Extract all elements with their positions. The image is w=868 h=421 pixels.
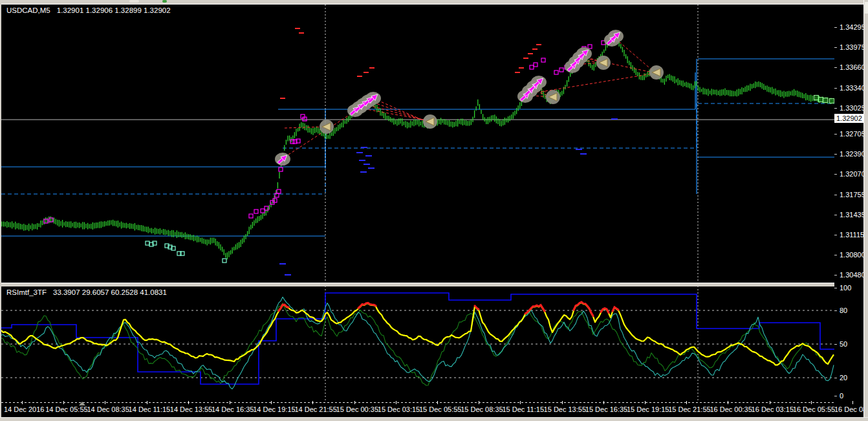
time-axis-label: 16 Dec 00:35 — [710, 405, 752, 413]
price-axis-label: 1.30480 — [840, 271, 865, 279]
axis-tick — [22, 401, 23, 404]
main-chart-panel[interactable] — [1, 5, 834, 283]
price-axis-label: 1.33660 — [840, 63, 865, 71]
axis-tick — [834, 27, 837, 28]
price-axis[interactable]: 1.342951.339751.336601.333401.330251.327… — [834, 5, 863, 401]
axis-tick — [603, 401, 604, 404]
scroll-position-marker[interactable] — [79, 402, 85, 405]
price-axis-label: 1.31115 — [840, 231, 864, 239]
axis-tick — [834, 396, 837, 396]
time-axis-label: 14 Dec 11:15 — [129, 405, 171, 413]
current-price-tag: 1.32902 — [834, 114, 863, 123]
time-axis-label: 16 Dec 03:15 — [752, 405, 794, 413]
axis-tick — [520, 401, 521, 404]
time-axis-label: 14 Dec 2016 — [4, 405, 44, 413]
rsi-axis-label: 80 — [840, 307, 847, 314]
axis-tick — [686, 401, 687, 404]
price-axis-label: 1.32390 — [840, 150, 865, 158]
axis-tick — [479, 401, 479, 404]
axis-tick — [271, 401, 272, 404]
time-axis[interactable]: 14 Dec 201614 Dec 05:5514 Dec 08:3514 De… — [1, 401, 868, 417]
axis-tick — [312, 401, 313, 404]
axis-tick — [63, 401, 64, 404]
axis-tick — [437, 401, 438, 404]
axis-tick — [396, 401, 396, 404]
axis-tick — [811, 401, 812, 404]
price-axis-label: 1.30800 — [840, 251, 865, 259]
symbol-period-label: USDCAD,M5 — [6, 6, 50, 14]
axis-tick — [354, 401, 355, 404]
axis-tick — [834, 108, 837, 109]
axis-tick — [728, 401, 728, 404]
top-edge-artifact — [129, 0, 139, 3]
time-axis-label: 14 Dec 16:35 — [212, 405, 254, 413]
axis-tick — [147, 401, 147, 404]
time-axis-label: 14 Dec 19:15 — [253, 405, 295, 413]
time-axis-label: 15 Dec 05:55 — [419, 405, 461, 413]
axis-tick — [834, 154, 837, 155]
mt4-chart-window: 14 Dec 201614 Dec 05:5514 Dec 08:3514 De… — [0, 0, 868, 421]
rsi-axis-label: 50 — [840, 340, 847, 348]
time-axis-label: 15 Dec 13:55 — [544, 405, 586, 413]
axis-tick — [562, 401, 563, 404]
price-axis-label: 1.33340 — [840, 84, 865, 92]
axis-tick — [852, 401, 853, 404]
axis-tick — [834, 195, 837, 195]
time-axis-label: 16 Dec 05:55 — [793, 405, 835, 413]
axis-tick — [834, 47, 837, 48]
price-axis-label: 1.33025 — [840, 104, 865, 112]
axis-tick — [834, 174, 837, 175]
axis-tick — [230, 401, 230, 404]
rsi-axis-label: 100 — [840, 284, 851, 292]
time-axis-label: 14 Dec 21:55 — [294, 405, 336, 413]
price-axis-label: 1.34295 — [840, 23, 865, 31]
axis-tick — [834, 88, 837, 89]
ohlc-quotes: 1.32901 1.32906 1.32899 1.32902 — [57, 6, 171, 14]
indicator-name-label: RSImtf_3TF — [6, 288, 47, 296]
rsi-indicator-panel[interactable] — [1, 286, 834, 401]
axis-tick — [770, 401, 770, 404]
time-axis-label: 15 Dec 11:15 — [502, 405, 544, 413]
time-axis-label: 14 Dec 05:55 — [45, 405, 87, 413]
price-axis-label: 1.33975 — [840, 43, 865, 51]
indicator-values: 33.3907 29.6057 60.2528 41.0831 — [53, 288, 167, 296]
window-bottom-border — [0, 417, 868, 421]
axis-tick — [834, 344, 837, 345]
axis-tick — [834, 288, 837, 288]
panel-splitter[interactable] — [1, 283, 863, 286]
axis-tick — [188, 401, 189, 404]
time-axis-label: 15 Dec 08:35 — [461, 405, 503, 413]
axis-tick — [834, 275, 837, 275]
price-axis-label: 1.31755 — [840, 191, 865, 199]
axis-tick — [834, 67, 837, 68]
time-axis-label: 15 Dec 03:15 — [378, 405, 420, 413]
axis-tick — [834, 378, 837, 378]
rsi-axis-label: 0 — [840, 392, 843, 400]
scrollbar-thumb[interactable] — [865, 2, 868, 14]
axis-tick — [834, 255, 837, 255]
axis-tick — [834, 134, 837, 135]
axis-tick — [105, 401, 105, 404]
top-edge-artifact-green — [162, 0, 167, 3]
price-axis-label: 1.32070 — [840, 170, 865, 178]
time-axis-label: 15 Dec 00:35 — [336, 405, 378, 413]
time-axis-label: 15 Dec 21:55 — [668, 405, 710, 413]
time-axis-label: 15 Dec 16:35 — [585, 405, 627, 413]
axis-tick — [645, 401, 646, 404]
axis-tick — [834, 215, 837, 215]
indicator-title: RSImtf_3TF33.3907 29.6057 60.2528 41.083… — [6, 288, 167, 296]
time-axis-label: 14 Dec 08:35 — [87, 405, 129, 413]
axis-tick — [834, 235, 837, 235]
price-axis-label: 1.32705 — [840, 130, 865, 138]
rsi-axis-label: 20 — [840, 374, 847, 382]
window-right-border — [863, 0, 868, 421]
chart-title: USDCAD,M51.32901 1.32906 1.32899 1.32902 — [6, 6, 171, 14]
price-axis-label: 1.31435 — [840, 211, 865, 219]
time-axis-label: 15 Dec 19:15 — [627, 405, 669, 413]
axis-tick — [834, 310, 837, 311]
time-axis-label: 14 Dec 13:55 — [170, 405, 212, 413]
